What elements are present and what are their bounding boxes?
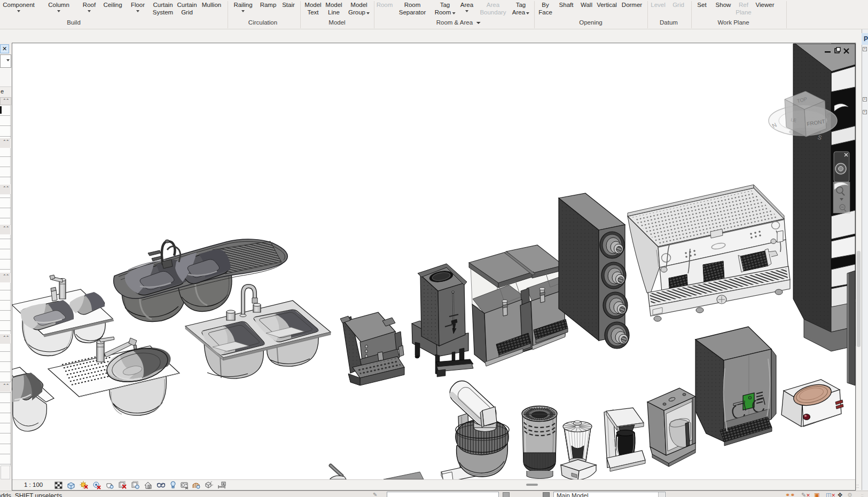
svg-text:LE: LE [791,117,797,123]
